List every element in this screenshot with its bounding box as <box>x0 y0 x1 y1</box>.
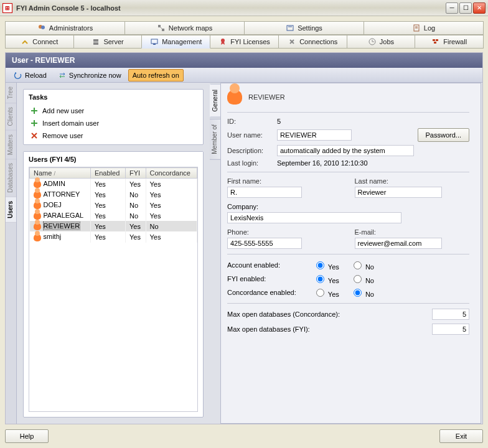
svg-rect-3 <box>162 29 164 31</box>
sync-icon <box>58 71 67 80</box>
phone-input[interactable] <box>227 238 302 249</box>
left-vertical-tabs: TreeClientsMattersDatabasesUsers <box>6 83 17 424</box>
tab-connect[interactable]: Connect <box>5 35 74 49</box>
concordance-enabled-yes[interactable]: Yes <box>313 287 339 298</box>
account-enabled-label: Account enabled: <box>227 261 302 269</box>
tab-fyi-licenses[interactable]: FYI Licenses <box>210 35 279 49</box>
description-input[interactable] <box>277 145 414 156</box>
fyi-enabled-label: FYI enabled: <box>227 275 302 282</box>
administrators-icon <box>37 24 46 32</box>
tab-server[interactable]: Server <box>73 35 143 49</box>
insert-user-icon <box>30 119 39 128</box>
tab-general[interactable]: General <box>210 84 221 118</box>
svg-point-1 <box>41 26 45 29</box>
server-icon <box>92 37 100 46</box>
task-remove-user[interactable]: Remove user <box>24 129 203 142</box>
left-tab-users[interactable]: Users <box>6 197 16 223</box>
max-fyi-label: Max open databases (FYI): <box>227 325 310 333</box>
tab-connections[interactable]: Connections <box>278 35 347 49</box>
footer: Help Exit <box>5 424 483 443</box>
table-row[interactable]: REVIEWERYesYesNo <box>30 221 197 231</box>
fyi-enabled-yes[interactable]: Yes <box>313 273 339 284</box>
task-insert-domain-user[interactable]: Insert domain user <box>24 117 203 129</box>
left-tab-tree[interactable]: Tree <box>6 83 16 103</box>
column-enabled[interactable]: Enabled <box>90 168 125 179</box>
network-maps-icon <box>157 24 166 32</box>
tab-administrators[interactable]: Administrators <box>5 21 125 35</box>
svg-line-4 <box>161 27 162 29</box>
window-title: FYI Admin Console 5 - localhost <box>16 4 446 12</box>
tab-management[interactable]: Management <box>141 35 210 49</box>
svg-rect-18 <box>433 39 435 41</box>
password-button[interactable]: Password... <box>418 128 469 142</box>
email-input[interactable] <box>355 238 442 249</box>
svg-rect-5 <box>287 26 293 30</box>
id-label: ID: <box>227 118 277 125</box>
table-row[interactable]: ADMINYesYesYes <box>30 179 197 190</box>
connect-icon <box>21 37 29 46</box>
tab-jobs[interactable]: Jobs <box>347 35 416 49</box>
account-enabled-no[interactable]: No <box>350 259 374 271</box>
company-label: Company: <box>227 203 469 210</box>
id-value: 5 <box>277 118 281 125</box>
left-tab-clients[interactable]: Clients <box>6 103 16 131</box>
tab-firewall[interactable]: Firewall <box>415 35 484 49</box>
column-concordance[interactable]: Concordance <box>146 168 197 179</box>
table-row[interactable]: DOEJYesNoYes <box>30 200 197 210</box>
right-column: General Member of REVIEWER ID: 5 User na… <box>210 83 482 424</box>
reload-button[interactable]: Reload <box>9 69 51 82</box>
firewall-icon <box>431 37 440 46</box>
column-fyi[interactable]: FYI <box>125 168 146 179</box>
tab-network-maps[interactable]: Network maps <box>124 21 245 35</box>
svg-rect-2 <box>158 25 161 27</box>
column-name[interactable]: Name / <box>30 168 91 179</box>
user-avatar-icon <box>227 90 242 105</box>
lastname-input[interactable] <box>355 187 442 198</box>
svg-rect-22 <box>31 110 37 111</box>
remove-user-icon <box>30 131 39 140</box>
tab-settings[interactable]: Settings <box>244 21 364 35</box>
task-add-user[interactable]: Add new user <box>24 105 203 117</box>
synchronize-button[interactable]: Synchronize now <box>54 69 126 82</box>
users-title: Users (FYI 4/5) <box>24 152 203 167</box>
lastlogin-label: Last login: <box>227 159 277 167</box>
firstname-input[interactable] <box>227 187 302 198</box>
tab-member-of[interactable]: Member of <box>210 119 221 160</box>
username-input[interactable] <box>277 129 352 141</box>
tab-log[interactable]: Log <box>364 21 484 35</box>
panel-toolbar: Reload Synchronize now Auto refresh on <box>6 68 482 83</box>
maximize-button[interactable]: ☐ <box>459 2 472 14</box>
users-grid[interactable]: Name /EnabledFYIConcordance ADMINYesYesY… <box>29 167 198 412</box>
table-row[interactable]: ATTORNEYYesNoYes <box>30 189 197 200</box>
app-icon: ⊞ <box>2 3 12 13</box>
left-column: Tasks Add new user Insert domain user Re… <box>17 83 210 424</box>
management-icon <box>150 37 159 46</box>
svg-rect-13 <box>153 44 156 45</box>
max-fyi-input[interactable] <box>432 324 469 335</box>
add-user-icon <box>30 106 39 115</box>
panel-header: User - REVIEWER <box>6 53 482 68</box>
close-button[interactable]: ✕ <box>473 2 486 14</box>
auto-refresh-toggle[interactable]: Auto refresh on <box>128 69 184 82</box>
table-row[interactable]: PARALEGALYesNoYes <box>30 210 197 221</box>
email-label: E-mail: <box>355 228 470 236</box>
settings-icon <box>286 24 294 32</box>
exit-button[interactable]: Exit <box>439 429 483 443</box>
max-conc-input[interactable] <box>432 309 469 320</box>
username-label: User name: <box>227 131 277 139</box>
company-input[interactable] <box>227 212 401 223</box>
left-tab-databases[interactable]: Databases <box>6 159 16 197</box>
help-button[interactable]: Help <box>5 429 49 443</box>
account-enabled-yes[interactable]: Yes <box>313 259 339 271</box>
concordance-enabled-no[interactable]: No <box>350 287 374 298</box>
tasks-card: Tasks Add new user Insert domain user Re… <box>23 89 204 145</box>
titlebar: ⊞ FYI Admin Console 5 - localhost ─ ☐ ✕ <box>0 0 488 16</box>
user-form: REVIEWER ID: 5 User name: Password... <box>220 83 481 424</box>
fyi-enabled-no[interactable]: No <box>350 273 374 284</box>
svg-rect-12 <box>151 39 157 44</box>
table-row[interactable]: smithjYesYesYes <box>30 231 197 242</box>
left-tab-matters[interactable]: Matters <box>6 131 16 159</box>
phone-label: Phone: <box>227 228 342 236</box>
minimize-button[interactable]: ─ <box>446 2 458 14</box>
svg-rect-20 <box>434 42 436 44</box>
